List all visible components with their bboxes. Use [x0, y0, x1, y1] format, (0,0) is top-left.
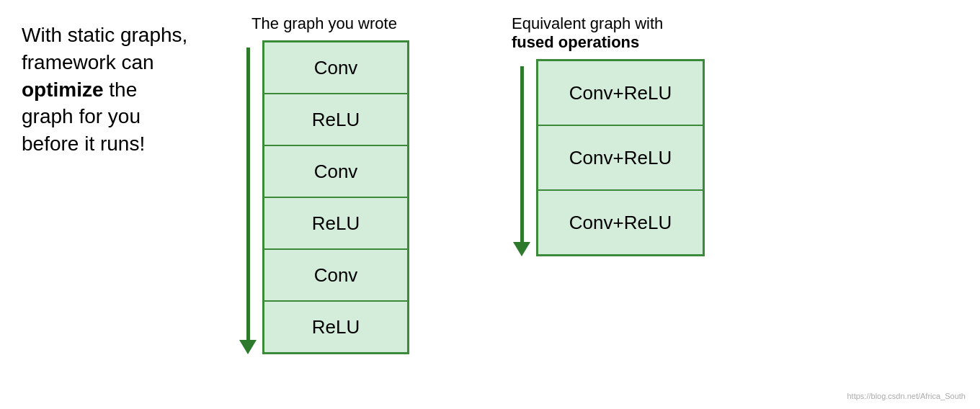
- right-section-title: Equivalent graph with fused operations: [483, 14, 735, 52]
- center-node-1: ReLU: [264, 94, 408, 145]
- center-node-5: ReLU: [264, 301, 408, 353]
- right-arrow-line: [520, 66, 524, 242]
- center-node-2: Conv: [264, 145, 408, 197]
- left-line2: framework can: [22, 51, 154, 73]
- right-graph-with-arrow: Conv+ReLU Conv+ReLU Conv+ReLU: [513, 59, 705, 256]
- center-node-0: Conv: [264, 42, 408, 94]
- right-node-0: Conv+ReLU: [538, 60, 703, 125]
- left-line5: before it runs!: [22, 132, 145, 155]
- center-section-title: The graph you wrote: [251, 14, 397, 33]
- center-node-3: ReLU: [264, 197, 408, 249]
- right-section: Equivalent graph with fused operations C…: [483, 14, 735, 256]
- watermark: https://blog.csdn.net/Africa_South: [847, 392, 966, 400]
- left-text-block: With static graphs, framework can optimi…: [22, 14, 195, 158]
- center-arrow-line: [246, 48, 250, 340]
- right-title-line2: fused operations: [512, 33, 639, 51]
- left-line3-suffix: the: [104, 78, 138, 101]
- left-bold-word: optimize: [22, 78, 104, 101]
- right-nodes-column: Conv+ReLU Conv+ReLU Conv+ReLU: [536, 59, 705, 256]
- center-node-4: Conv: [264, 249, 408, 301]
- right-arrow-head: [513, 242, 530, 256]
- right-node-2: Conv+ReLU: [538, 190, 703, 255]
- center-arrow-head: [239, 340, 257, 354]
- center-arrow-column: [239, 40, 257, 354]
- left-line1: With static graphs,: [22, 24, 187, 46]
- center-section: The graph you wrote Conv ReLU Conv ReLU …: [223, 14, 425, 354]
- right-arrow-column: [513, 59, 530, 256]
- main-container: With static graphs, framework can optimi…: [0, 0, 980, 409]
- right-node-1: Conv+ReLU: [538, 125, 703, 190]
- left-line4: graph for you: [22, 105, 141, 127]
- center-graph-with-arrow: Conv ReLU Conv ReLU Conv ReLU: [239, 40, 409, 354]
- center-nodes-column: Conv ReLU Conv ReLU Conv ReLU: [262, 40, 409, 354]
- right-title-line1: Equivalent graph with: [512, 14, 663, 32]
